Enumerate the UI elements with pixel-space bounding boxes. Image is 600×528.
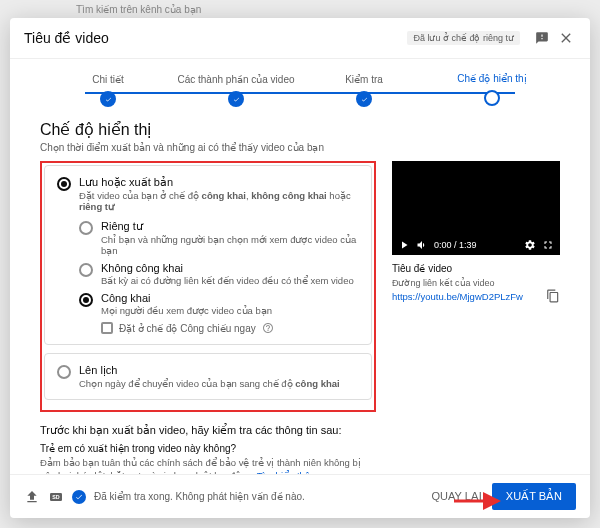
copy-icon[interactable]	[546, 289, 560, 303]
check-answer: Đảm bảo bạn tuân thủ các chính sách để b…	[40, 456, 376, 474]
help-icon[interactable]	[262, 322, 274, 334]
upload-dialog: Tiêu đề video Đã lưu ở chế độ riêng tư C…	[10, 18, 590, 518]
section-title: Chế độ hiển thị	[40, 120, 560, 139]
step-details[interactable]: Chi tiết	[44, 74, 172, 107]
settings-icon[interactable]	[524, 239, 536, 251]
save-publish-card: Lưu hoặc xuất bản Đặt video của bạn ở ch…	[44, 165, 372, 345]
public-radio[interactable]: Công khai Mọi người đều xem được video c…	[79, 292, 359, 316]
feedback-icon[interactable]	[532, 28, 552, 48]
check-icon	[72, 490, 86, 504]
premiere-checkbox[interactable]: Đặt ở chế độ Công chiếu ngay	[101, 322, 359, 334]
schedule-card: Lên lịch Chọn ngày để chuyển video của b…	[44, 353, 372, 400]
annotation-highlight: Lưu hoặc xuất bản Đặt video của bạn ở ch…	[40, 161, 376, 412]
save-status-chip: Đã lưu ở chế độ riêng tư	[407, 31, 520, 45]
radio-icon	[79, 293, 93, 307]
upload-icon	[24, 489, 40, 505]
checks-heading: Trước khi bạn xuất bản video, hãy kiểm t…	[40, 424, 376, 437]
video-preview[interactable]: 0:00 / 1:39	[392, 161, 560, 255]
checkbox-icon	[101, 322, 113, 334]
video-link[interactable]: https://youtu.be/MjgwD2PLzFw	[392, 291, 523, 302]
radio-icon	[79, 221, 93, 235]
step-visibility[interactable]: Chế độ hiển thị	[428, 73, 556, 108]
step-elements[interactable]: Các thành phần của video	[172, 74, 300, 107]
save-publish-radio[interactable]: Lưu hoặc xuất bản Đặt video của bạn ở ch…	[57, 176, 359, 212]
dialog-body: Chế độ hiển thị Chọn thời điểm xuất bản …	[10, 116, 590, 474]
preview-time: 0:00 / 1:39	[434, 240, 518, 250]
preview-title: Tiêu đề video	[392, 263, 560, 274]
section-subtitle: Chọn thời điểm xuất bản và những ai có t…	[40, 142, 560, 153]
radio-icon	[57, 177, 71, 191]
svg-text:SD: SD	[52, 494, 60, 500]
dialog-footer: SD Đã kiểm tra xong. Không phát hiện vấn…	[10, 474, 590, 518]
private-radio[interactable]: Riêng tư Chỉ bạn và những người bạn chọn…	[79, 220, 359, 256]
check-question: Trẻ em có xuất hiện trong video này khôn…	[40, 443, 376, 454]
background-search: Tìm kiếm trên kênh của bạn	[76, 4, 201, 15]
play-icon[interactable]	[398, 239, 410, 251]
step-checks[interactable]: Kiểm tra	[300, 74, 428, 107]
hd-icon: SD	[48, 489, 64, 505]
back-button[interactable]: QUAY LẠI	[421, 484, 491, 509]
publish-button[interactable]: XUẤT BẢN	[492, 483, 576, 510]
dialog-title: Tiêu đề video	[24, 30, 407, 46]
radio-icon	[57, 365, 71, 379]
radio-icon	[79, 263, 93, 277]
preview-link-label: Đường liên kết của video	[392, 278, 560, 288]
schedule-radio[interactable]: Lên lịch Chọn ngày để chuyển video của b…	[57, 364, 359, 389]
fullscreen-icon[interactable]	[542, 239, 554, 251]
stepper: Chi tiết Các thành phần của video Kiểm t…	[10, 59, 590, 116]
footer-status: Đã kiểm tra xong. Không phát hiện vấn đề…	[94, 491, 305, 502]
dialog-header: Tiêu đề video Đã lưu ở chế độ riêng tư	[10, 18, 590, 59]
unlisted-radio[interactable]: Không công khai Bất kỳ ai có đường liên …	[79, 262, 359, 286]
volume-icon[interactable]	[416, 239, 428, 251]
close-icon[interactable]	[556, 28, 576, 48]
